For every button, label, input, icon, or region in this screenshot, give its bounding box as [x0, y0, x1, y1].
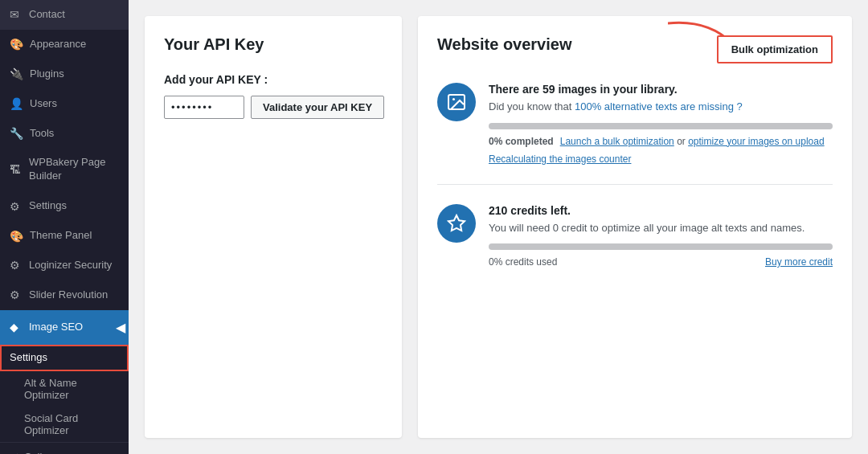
images-progress-label: 0% completed — [489, 136, 554, 147]
credits-used-label: 0% credits used — [489, 256, 557, 268]
recalculate-link[interactable]: Recalculating the images counter — [489, 153, 833, 165]
credits-footer: 0% credits used Buy more credit — [489, 256, 833, 268]
sidebar-item-slider-revolution[interactable]: ⚙ Slider Revolution — [0, 280, 129, 310]
or-text: or — [677, 136, 688, 147]
sidebar-item-contact[interactable]: ✉ Contact — [0, 0, 129, 30]
credits-section-content: 210 credits left. You will need 0 credit… — [489, 204, 833, 268]
overview-panel: Website overview Bulk optimization — [418, 16, 852, 438]
sidebar-item-theme-panel[interactable]: 🎨 Theme Panel — [0, 221, 129, 251]
image-icon — [447, 92, 466, 112]
appearance-icon: 🎨 — [10, 38, 23, 51]
credits-description: You will need 0 credit to optimize all y… — [489, 220, 833, 236]
sidebar-item-label: Appearance — [30, 38, 86, 51]
api-key-panel: Your API Key Add your API KEY : Validate… — [145, 16, 402, 438]
sidebar-item-label: Settings — [29, 199, 67, 213]
images-progress-bar-bg — [489, 123, 833, 129]
sidebar-item-label: Loginizer Security — [29, 259, 112, 272]
users-icon: 👤 — [10, 97, 23, 110]
collapse-icon: ◀ — [10, 451, 18, 454]
sidebar-item-social-card-optimizer[interactable]: Social Card Optimizer — [0, 407, 129, 442]
contact-icon: ✉ — [10, 8, 23, 21]
wpbakery-icon: 🏗 — [10, 163, 23, 176]
main-content: Your API Key Add your API KEY : Validate… — [129, 0, 868, 454]
images-progress-info: 0% completed Launch a bulk optimization … — [489, 136, 833, 147]
sidebar-item-image-seo[interactable]: ◆ Image SEO ◀ — [0, 310, 129, 345]
svg-point-2 — [452, 98, 455, 100]
sidebar-item-plugins[interactable]: 🔌 Plugins — [0, 59, 129, 89]
theme-panel-icon: 🎨 — [10, 230, 23, 243]
credits-progress-bar-bg — [489, 243, 833, 250]
sidebar-item-label: Users — [30, 97, 57, 111]
sidebar-item-tools[interactable]: 🔧 Tools — [0, 119, 129, 149]
images-title: There are 59 images in your library. — [489, 83, 833, 96]
validate-api-key-button[interactable]: Validate your API KEY — [251, 96, 384, 119]
sidebar-item-wpbakery[interactable]: 🏗 WPBakery Page Builder — [0, 148, 129, 191]
sidebar-sub-label: Settings — [10, 351, 47, 365]
plugins-icon: 🔌 — [10, 67, 23, 80]
buy-more-credit-link[interactable]: Buy more credit — [765, 256, 833, 268]
bulk-optimization-button[interactable]: Bulk optimization — [717, 35, 833, 63]
image-seo-icon: ◆ — [10, 321, 23, 333]
star-icon — [447, 214, 466, 233]
sidebar-item-label: Image SEO — [29, 321, 83, 334]
launch-bulk-optimization-link[interactable]: Launch a bulk optimization — [560, 136, 674, 147]
api-key-title: Your API Key — [164, 35, 383, 54]
api-key-input[interactable] — [164, 96, 244, 119]
collapse-label: Collapse menu — [24, 451, 94, 454]
images-description: Did you know that 100% alternative texts… — [489, 99, 833, 115]
alt-text-highlight: 100% alternative texts are missing ? — [575, 100, 743, 112]
sidebar-item-label: Slider Revolution — [29, 288, 108, 302]
sidebar-item-users[interactable]: 👤 Users — [0, 89, 129, 119]
credits-section-row: 210 credits left. You will need 0 credit… — [437, 204, 833, 268]
credits-section: 210 credits left. You will need 0 credit… — [437, 204, 833, 288]
sidebar-item-loginizer[interactable]: ⚙ Loginizer Security — [0, 251, 129, 280]
sidebar-item-settings[interactable]: ⚙ Settings — [0, 191, 129, 221]
overview-title: Website overview — [437, 35, 571, 54]
optimize-on-upload-link[interactable]: optimize your images on upload — [688, 136, 824, 147]
sidebar-item-label: Plugins — [30, 67, 64, 81]
sidebar-item-alt-name-optimizer[interactable]: Alt & Name Optimizer — [0, 371, 129, 407]
overview-header: Website overview Bulk optimization — [437, 35, 833, 63]
settings-icon: ⚙ — [10, 200, 23, 213]
images-section-content: There are 59 images in your library. Did… — [489, 83, 833, 165]
credits-circle-icon — [437, 204, 476, 243]
collapse-menu[interactable]: ◀ Collapse menu — [0, 442, 129, 454]
slider-revolution-icon: ⚙ — [10, 288, 23, 301]
credits-title: 210 credits left. — [489, 204, 833, 217]
svg-marker-3 — [448, 215, 465, 231]
alt-name-label: Alt & Name Optimizer — [24, 377, 77, 401]
social-card-label: Social Card Optimizer — [24, 412, 78, 436]
tools-icon: 🔧 — [10, 127, 23, 140]
image-circle-icon — [437, 83, 476, 121]
sidebar: ✉ Contact 🎨 Appearance 🔌 Plugins 👤 Users… — [0, 0, 129, 454]
api-key-input-row: Validate your API KEY — [164, 96, 383, 119]
api-key-label: Add your API KEY : — [164, 73, 383, 86]
sidebar-item-label: Contact — [29, 8, 65, 22]
bulk-btn-container: Bulk optimization — [717, 35, 833, 63]
sidebar-item-label: Theme Panel — [30, 229, 92, 243]
loginizer-icon: ⚙ — [10, 259, 23, 272]
sidebar-item-appearance[interactable]: 🎨 Appearance — [0, 30, 129, 59]
images-section-row: There are 59 images in your library. Did… — [437, 83, 833, 165]
images-progress-links: Launch a bulk optimization or optimize y… — [560, 136, 825, 147]
arrow-right-icon: ◀ — [113, 318, 129, 337]
sidebar-item-label: WPBakery Page Builder — [29, 156, 119, 183]
sidebar-item-label: Tools — [30, 127, 54, 141]
sidebar-item-settings-sub[interactable]: Settings — [0, 345, 129, 371]
images-section: There are 59 images in your library. Did… — [437, 83, 833, 185]
